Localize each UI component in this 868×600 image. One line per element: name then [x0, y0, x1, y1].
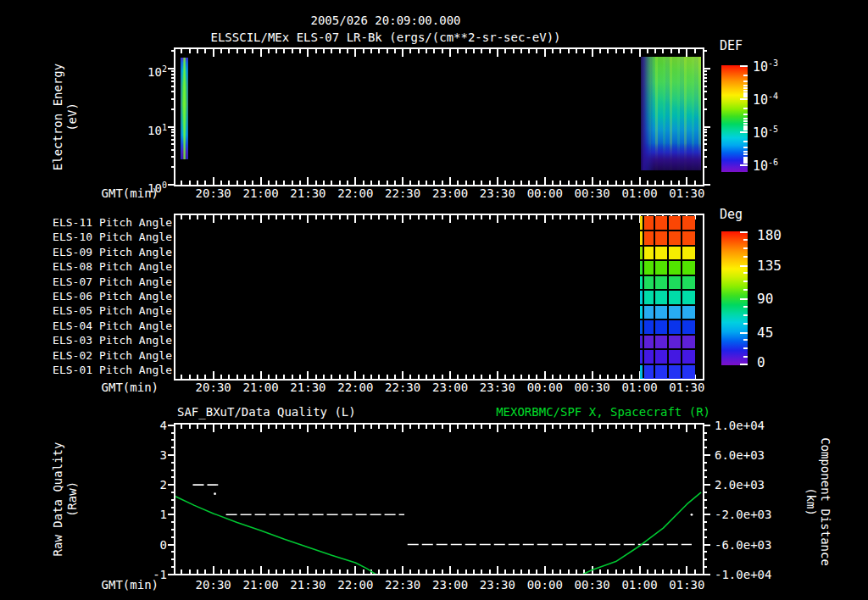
energy-minor-tick: [171, 50, 175, 52]
x-minor-tick: [378, 375, 380, 379]
x-minor-tick: [473, 215, 475, 219]
x-minor-tick: [631, 375, 632, 379]
def-cb-minor-tick: [743, 162, 748, 164]
x-minor-tick: [552, 375, 554, 379]
x-minor-tick: [631, 49, 632, 53]
x-minor-tick: [678, 49, 680, 53]
x-minor-tick: [236, 215, 238, 219]
x-minor-tick: [481, 215, 482, 219]
deg-cb-minor-tick: [743, 272, 748, 274]
gmt-label-bottom: GMT(min): [91, 579, 159, 592]
x-minor-tick: [283, 181, 285, 185]
x-minor-tick: [426, 375, 427, 379]
quality-stray-point: [691, 514, 693, 516]
x-major-tick: [260, 371, 262, 379]
x-minor-tick: [387, 49, 388, 53]
x-minor-tick: [275, 375, 277, 379]
distance-major-tick: [703, 425, 710, 426]
x-minor-tick: [513, 375, 515, 379]
x-major-tick: [449, 371, 451, 379]
deg-cb-label: 135: [757, 258, 782, 272]
x-minor-tick: [465, 49, 467, 53]
distance-minor-tick: [703, 499, 707, 501]
x-minor-tick: [283, 215, 285, 219]
x-minor-tick: [244, 375, 246, 379]
quality-major-tick: [168, 514, 175, 515]
quality-axis-title-line1: Raw Data Quality: [51, 442, 65, 557]
x-minor-tick: [528, 181, 530, 185]
x-minor-tick: [268, 215, 270, 219]
deg-cb-major-tick: [740, 364, 748, 365]
pitch-row-label: ELS-09 Pitch Angle: [45, 247, 172, 258]
x-tick-label: 00:30: [575, 187, 610, 200]
energy-minor-tick: [703, 86, 707, 87]
x-minor-tick: [528, 49, 530, 53]
x-major-tick: [592, 215, 593, 223]
x-minor-tick: [662, 181, 664, 185]
x-major-tick: [260, 49, 262, 57]
x-minor-tick: [599, 215, 601, 219]
def-cb-major-tick: [740, 164, 748, 166]
pitch-grid-vline: [681, 216, 682, 378]
x-minor-tick: [552, 215, 554, 219]
distance-tick-label: -1.0e+04: [715, 568, 771, 581]
x-minor-tick: [504, 49, 506, 53]
x-tick-label: 23:00: [432, 579, 468, 592]
x-tick-label: 21:30: [290, 381, 326, 394]
quality-tick-label: 3: [116, 448, 167, 461]
x-minor-tick: [275, 181, 277, 185]
x-minor-tick: [197, 181, 198, 185]
x-minor-tick: [244, 215, 246, 219]
energy-minor-tick: [171, 135, 175, 136]
deg-cb-label: 180: [757, 228, 782, 242]
x-minor-tick: [299, 215, 301, 219]
x-minor-tick: [347, 215, 348, 219]
x-major-tick: [686, 177, 687, 185]
x-minor-tick: [252, 215, 253, 219]
pitch-row-label: ELS-04 Pitch Angle: [45, 320, 172, 332]
x-minor-tick: [465, 375, 467, 379]
x-major-tick: [497, 371, 498, 379]
deg-cb-minor-tick: [743, 356, 748, 358]
spectrogram-main-blob: [641, 57, 701, 169]
x-major-tick: [260, 215, 262, 223]
x-major-tick: [260, 177, 262, 185]
quality-tick-label: 0: [116, 538, 167, 551]
def-cb-minor-tick: [743, 120, 748, 122]
x-minor-tick: [315, 49, 317, 53]
distance-axis-title-line1: Component Distance: [818, 437, 832, 566]
x-major-tick: [592, 49, 593, 57]
x-minor-tick: [576, 49, 577, 53]
x-minor-tick: [623, 49, 625, 53]
x-minor-tick: [236, 375, 238, 379]
x-major-tick: [497, 177, 498, 185]
def-cb-major-tick: [740, 65, 748, 67]
x-minor-tick: [418, 375, 420, 379]
x-minor-tick: [292, 375, 293, 379]
x-minor-tick: [189, 215, 191, 219]
x-minor-tick: [607, 181, 609, 185]
deg-cb-label: 45: [757, 325, 773, 339]
x-tick-label: 01:30: [669, 381, 704, 394]
x-tick-label: 23:30: [480, 579, 515, 592]
deg-cb-label: 90: [757, 292, 773, 306]
def-cb-minor-tick: [743, 129, 748, 131]
x-major-tick: [592, 177, 593, 185]
energy-axis-title: Electron Energy (eV): [51, 64, 80, 170]
distance-minor-tick: [703, 529, 707, 531]
quality-major-tick: [168, 574, 175, 575]
x-minor-tick: [299, 49, 301, 53]
x-minor-tick: [473, 49, 475, 53]
deg-cb-label: 0: [757, 355, 765, 369]
energy-minor-tick: [171, 143, 175, 145]
x-tick-label: 01:30: [669, 187, 704, 200]
x-minor-tick: [409, 375, 411, 379]
energy-major-tick: [168, 68, 175, 69]
x-minor-tick: [275, 215, 277, 219]
energy-major-tick: [168, 184, 175, 186]
energy-minor-tick: [171, 81, 175, 82]
x-minor-tick: [292, 215, 293, 219]
x-minor-tick: [409, 215, 411, 219]
instrument-title: ELSSCIL/MEx ELS-07 LR-Bk (ergs/(cm**2-sr…: [210, 31, 560, 44]
energy-minor-tick: [171, 139, 175, 141]
